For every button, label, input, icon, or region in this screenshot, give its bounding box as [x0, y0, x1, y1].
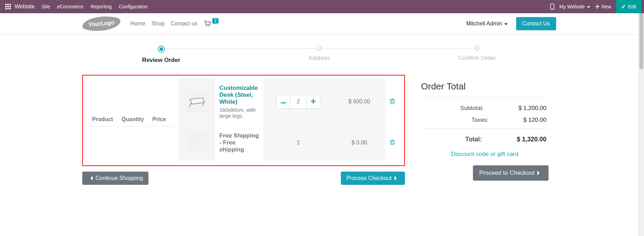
- contact-us-button[interactable]: Contact Us: [516, 17, 556, 30]
- step-review-label: Review Order: [82, 57, 240, 64]
- svg-point-16: [192, 138, 194, 140]
- order-summary: Order Total Subtotal: $ 1,200.00 Taxes: …: [413, 75, 556, 187]
- step-review[interactable]: Review Order: [82, 46, 240, 64]
- svg-rect-7: [281, 102, 286, 103]
- svg-rect-19: [391, 141, 394, 144]
- chevron-down-icon: [504, 21, 508, 27]
- total-value: $ 1,320.00: [517, 136, 546, 143]
- nav-shop[interactable]: Shop: [152, 21, 164, 27]
- scrollbar-thumb[interactable]: [639, 13, 643, 69]
- my-website-dropdown[interactable]: My Website: [559, 4, 590, 9]
- line-price: $ 600.00: [333, 78, 385, 125]
- product-description: 160x80cm, with large legs.: [219, 107, 259, 119]
- cart-table: Product Quantity Price: [88, 78, 399, 160]
- edit-button[interactable]: Edit: [616, 0, 641, 13]
- svg-line-5: [190, 103, 191, 107]
- logo[interactable]: YourLogo: [82, 15, 121, 32]
- subtotal-label: Subtotal:: [423, 105, 484, 112]
- new-button-label: New: [601, 4, 611, 9]
- step-dot: [317, 46, 322, 50]
- svg-marker-4: [190, 98, 204, 104]
- svg-rect-10: [391, 100, 394, 103]
- remove-line-button[interactable]: [390, 139, 395, 146]
- cart-row: Free Shipping - Free shipping 1 $ 0.00: [178, 125, 399, 160]
- continue-shopping-button[interactable]: Continue Shopping: [82, 172, 148, 185]
- continue-shopping-label: Continue Shopping: [95, 175, 143, 181]
- cart-icon: [204, 21, 211, 27]
- user-menu[interactable]: Mitchell Admin: [466, 21, 508, 27]
- qty-decrease-button[interactable]: [277, 95, 290, 108]
- edit-button-label: Edit: [628, 4, 636, 9]
- step-confirm-label: Confirm Order: [398, 55, 556, 62]
- scrollbar[interactable]: [638, 13, 644, 236]
- col-price: Price: [148, 113, 170, 126]
- nav-contact-us[interactable]: Contact us: [171, 21, 197, 27]
- product-name: Free Shipping - Free shipping: [219, 132, 259, 153]
- menu-ecommerce[interactable]: eCommerce: [57, 4, 84, 9]
- remove-line-button[interactable]: [390, 98, 395, 105]
- quantity-stepper: 2: [276, 95, 320, 109]
- qty-value[interactable]: 2: [290, 95, 307, 108]
- discount-code-link[interactable]: Discount code or gift card: [451, 151, 519, 157]
- checkout-steps: Review Order Address Confirm Order: [82, 46, 556, 64]
- mobile-preview-icon[interactable]: [550, 3, 554, 10]
- product-name-link[interactable]: Customizable Desk (Steel, White): [219, 85, 258, 105]
- svg-point-3: [208, 26, 209, 27]
- product-image: [185, 90, 208, 113]
- user-name: Mitchell Admin: [466, 21, 502, 27]
- step-address-label: Address: [240, 55, 398, 62]
- chevron-down-icon: [587, 4, 590, 9]
- menu-configuration[interactable]: Configuration: [119, 4, 148, 9]
- minus-icon: [281, 102, 286, 104]
- cart-badge: 2: [212, 18, 219, 24]
- qty-increase-button[interactable]: [307, 95, 320, 108]
- col-product: Product: [88, 113, 117, 126]
- product-image: [185, 131, 208, 154]
- nav-home[interactable]: Home: [130, 21, 145, 27]
- site-header: YourLogo Home Shop Contact us 2 Mitchell…: [75, 13, 563, 34]
- svg-point-2: [206, 26, 207, 27]
- cart-row: Customizable Desk (Steel, White) 160x80c…: [178, 78, 399, 125]
- apps-icon[interactable]: [5, 3, 11, 10]
- svg-rect-9: [311, 101, 316, 102]
- plus-icon: [311, 99, 316, 104]
- proceed-checkout-button[interactable]: Proceed to Checkout: [473, 165, 549, 181]
- line-price: $ 0.00: [333, 125, 385, 160]
- total-label: Total:: [423, 136, 482, 143]
- subtotal-value: $ 1,200.00: [519, 105, 546, 112]
- app-title[interactable]: Website: [15, 3, 35, 10]
- svg-point-1: [552, 8, 553, 9]
- process-checkout-button[interactable]: Process Checkout: [341, 172, 405, 185]
- chevron-left-icon: [90, 176, 93, 181]
- my-website-label: My Website: [559, 4, 585, 9]
- menu-site[interactable]: Site: [42, 4, 50, 9]
- step-dot-active: [158, 46, 165, 53]
- taxes-value: $ 120.00: [523, 117, 546, 124]
- chevron-right-icon: [537, 171, 540, 175]
- order-total-title: Order Total: [421, 81, 549, 92]
- step-dot: [475, 46, 480, 50]
- proceed-checkout-label: Proceed to Checkout: [479, 170, 535, 176]
- cart-highlight-box: Product Quantity Price: [82, 75, 405, 166]
- trash-icon: [390, 98, 395, 104]
- cart-link[interactable]: 2: [204, 21, 219, 27]
- svg-rect-18: [195, 142, 199, 145]
- process-checkout-label: Process Checkout: [346, 175, 392, 181]
- taxes-label: Taxes:: [423, 117, 489, 124]
- svg-point-17: [199, 138, 201, 140]
- trash-icon: [390, 139, 395, 145]
- chevron-right-icon: [394, 176, 397, 181]
- app-bar: Website Site eCommerce Reporting Configu…: [0, 0, 644, 13]
- qty-value-static: 1: [297, 140, 300, 145]
- menu-reporting[interactable]: Reporting: [91, 4, 112, 9]
- new-button[interactable]: New: [595, 4, 611, 9]
- col-quantity: Quantity: [117, 113, 148, 126]
